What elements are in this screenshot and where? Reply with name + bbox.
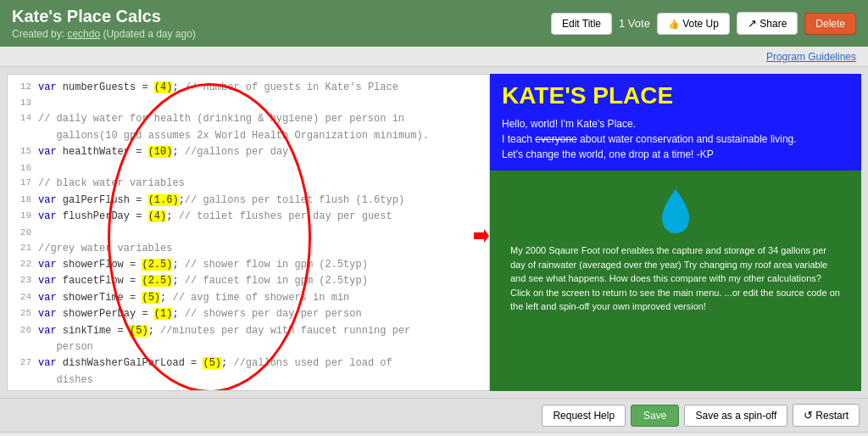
code-line-20: 20	[8, 226, 489, 241]
save-button[interactable]: Save	[631, 405, 679, 427]
share-button[interactable]: Share	[737, 12, 798, 35]
preview-line2-strike: everyone	[535, 133, 576, 145]
preview-line1: Hello, world! I'm Kate's Place.	[502, 116, 849, 131]
code-panel[interactable]: 12 var numberGuests = (4); // number of …	[7, 74, 490, 391]
preview-intro: Hello, world! I'm Kate's Place. I teach …	[490, 115, 861, 170]
preview-line2: I teach everyone about water conservatio…	[502, 131, 849, 147]
code-line-22: 22 var showerFlow = (2.5); // shower flo…	[8, 257, 489, 273]
code-line-12: 12 var numberGuests = (4); // number of …	[8, 80, 489, 96]
restart-icon	[804, 410, 815, 422]
main-area: 12 var numberGuests = (4); // number of …	[0, 67, 868, 436]
code-line-24: 24 var showerTime = (5); // avg time of …	[8, 290, 489, 306]
code-line-14b: gallons(10 gpd assumes 2x World Health O…	[8, 128, 489, 144]
code-line-26b: person	[8, 339, 489, 355]
header: Kate's Place Calcs Created by: cechdo (U…	[0, 0, 868, 47]
bottom-tabs: Spin-Offs Documentation Help Requests	[0, 432, 868, 436]
author-link[interactable]: cechdo	[67, 28, 100, 40]
request-help-button[interactable]: Request Help	[542, 405, 626, 427]
save-spinoff-button[interactable]: Save as a spin-off	[684, 405, 787, 427]
vote-count: 1 Vote	[619, 17, 650, 30]
content-row: 12 var numberGuests = (4); // number of …	[0, 67, 868, 398]
code-line-13: 13	[8, 96, 489, 111]
preview-panel[interactable]: KATE'S PLACE Hello, world! I'm Kate's Pl…	[490, 74, 861, 391]
code-line-15: 15 var healthWater = (10); //gallons per…	[8, 144, 489, 160]
action-bar: Request Help Save Save as a spin-off Res…	[0, 398, 868, 432]
topbar: Program Guidelines	[0, 47, 868, 67]
code-scroll-area[interactable]: 12 var numberGuests = (4); // number of …	[8, 75, 489, 390]
page-title: Kate's Place Calcs	[12, 7, 196, 26]
preview-line2-post: about water conservation and sustainable…	[577, 133, 797, 145]
preview-title: KATE'S PLACE	[490, 74, 861, 115]
code-line-17: 17 // black water variables	[8, 176, 489, 192]
header-actions: Edit Title 1 Vote Vote Up Share Delete	[551, 12, 856, 35]
thumb-up-icon	[668, 18, 680, 30]
edit-title-button[interactable]: Edit Title	[551, 13, 612, 35]
vote-up-button[interactable]: Vote Up	[657, 13, 730, 35]
code-line-21: 21 //grey water variables	[8, 241, 489, 257]
code-line-28: 28 var dishWasherLoadPerDay = (2); // nu…	[8, 388, 489, 390]
code-line-27: 27 var dishWasherGalPerLoad = (5); //gal…	[8, 355, 489, 372]
updated-time: (Updated a day ago)	[103, 28, 195, 40]
header-left: Kate's Place Calcs Created by: cechdo (U…	[12, 7, 196, 40]
code-line-18: 18 var galPerFlush = (1.6);// gallons pe…	[8, 193, 489, 209]
delete-button[interactable]: Delete	[804, 13, 856, 35]
code-line-27b: dishes	[8, 372, 489, 388]
program-guidelines-link[interactable]: Program Guidelines	[766, 51, 856, 63]
restart-button[interactable]: Restart	[793, 404, 860, 427]
code-line-25: 25 var showerPerDay = (1); // showers pe…	[8, 306, 489, 322]
share-icon	[748, 18, 757, 30]
code-line-19: 19 var flushPerDay = (4); // toilet flus…	[8, 209, 489, 225]
preview-line3: Let's change the world, one drop at a ti…	[502, 147, 849, 162]
code-line-23: 23 var faucetFlow = (2.5); // faucet flo…	[8, 273, 489, 289]
preview-bottom-text: My 2000 Sqaure Foot roof enables the cap…	[502, 243, 849, 314]
preview-line2-pre: I teach	[502, 133, 535, 145]
code-line-14a: 14 // daily water for health (drinking &…	[8, 111, 489, 127]
header-subtitle: Created by: cechdo (Updated a day ago)	[12, 28, 196, 40]
preview-green-area: My 2000 Sqaure Foot roof enables the cap…	[490, 170, 861, 391]
code-line-26: 26 var sinkTime = (5); //minutes per day…	[8, 323, 489, 339]
water-drop-icon	[659, 187, 693, 235]
code-line-16: 16	[8, 161, 489, 176]
created-by-label: Created by:	[12, 28, 64, 40]
